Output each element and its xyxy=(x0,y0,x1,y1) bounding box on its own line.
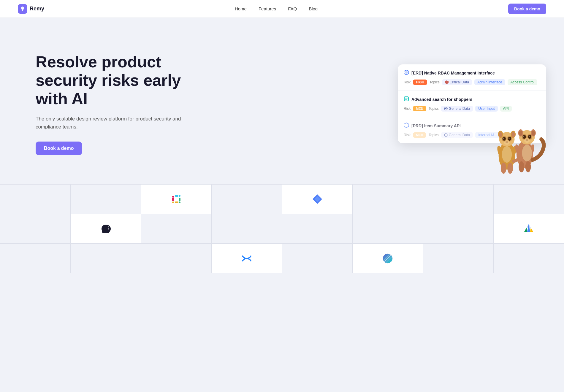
linear-icon xyxy=(382,253,394,264)
grid-cell-slack xyxy=(141,184,212,214)
svg-rect-57 xyxy=(179,201,180,203)
grid-cell-1-6 xyxy=(353,184,423,214)
card-row-1-tags: Risk HIGH Topics Critical Data Admin int… xyxy=(404,79,540,85)
svg-point-28 xyxy=(502,146,512,163)
card-row-1: [ERD] Native RBAC Management Interface R… xyxy=(398,64,546,91)
svg-rect-56 xyxy=(172,201,174,203)
svg-rect-55 xyxy=(175,201,178,203)
grid-cell-shape xyxy=(282,184,353,214)
card-row-1-title: [ERD] Native RBAC Management Interface xyxy=(404,70,540,76)
grid-cell-1-8 xyxy=(494,184,564,214)
slack-icon xyxy=(170,193,183,205)
svg-rect-52 xyxy=(175,195,178,197)
grid-cell-3-3 xyxy=(141,244,212,273)
svg-marker-10 xyxy=(404,123,409,128)
confluence-icon xyxy=(241,253,253,264)
hero-subtitle: The only scalable design review platform… xyxy=(36,115,190,131)
meerkat-illustration xyxy=(484,98,549,175)
grid-cell-2-4 xyxy=(212,214,282,244)
grid-cell-1-1 xyxy=(0,184,71,214)
grid-cell-confluence xyxy=(212,244,282,273)
svg-marker-2 xyxy=(405,71,408,74)
svg-point-9 xyxy=(445,108,446,109)
grid-cell-2-6 xyxy=(353,214,423,244)
logo-icon xyxy=(18,4,27,14)
svg-marker-3 xyxy=(445,80,449,84)
svg-point-47 xyxy=(522,145,532,161)
grid-cell-2-1 xyxy=(0,214,71,244)
nav-features[interactable]: Features xyxy=(259,6,276,11)
book-demo-nav-button[interactable]: Book a demo xyxy=(508,4,546,14)
grid-cell-1-2 xyxy=(71,184,141,214)
book-demo-hero-button[interactable]: Book a demo xyxy=(36,142,82,155)
svg-point-45 xyxy=(519,161,524,172)
grid-cell-3-5 xyxy=(282,244,353,273)
grid-cell-3-1 xyxy=(0,244,71,273)
svg-point-46 xyxy=(525,161,531,172)
integrations-section xyxy=(0,184,564,273)
gdrive-icon xyxy=(523,223,535,235)
nav-faq[interactable]: FAQ xyxy=(288,6,297,11)
svg-point-30 xyxy=(507,136,512,142)
grid-cell-3-7 xyxy=(423,244,494,273)
svg-point-49 xyxy=(527,134,532,140)
svg-rect-54 xyxy=(179,198,180,201)
grid-cell-3-2 xyxy=(71,244,141,273)
logo: Remy xyxy=(18,4,44,14)
rbac-icon xyxy=(404,70,409,76)
svg-point-17 xyxy=(511,132,515,137)
svg-point-27 xyxy=(507,163,513,174)
brand-name: Remy xyxy=(30,6,44,12)
nav-blog[interactable]: Blog xyxy=(309,6,318,11)
navbar: Remy Home Features FAQ Blog Book a demo xyxy=(0,0,564,18)
svg-rect-58 xyxy=(175,198,178,201)
svg-point-11 xyxy=(444,134,447,137)
svg-rect-50 xyxy=(172,198,174,201)
grid-cell-2-3 xyxy=(141,214,212,244)
grid-cell-gdrive xyxy=(494,214,564,244)
hero-text: Resolve product security risks early wit… xyxy=(36,53,190,155)
svg-point-34 xyxy=(519,131,522,136)
grid-cell-github xyxy=(71,214,141,244)
github-icon xyxy=(100,223,112,235)
shape-icon xyxy=(311,193,323,205)
integrations-grid xyxy=(0,184,564,273)
nav-links: Home Features FAQ Blog xyxy=(235,6,318,12)
search-shoppers-icon xyxy=(404,96,409,103)
svg-point-0 xyxy=(22,8,23,9)
hero-section: Resolve product security risks early wit… xyxy=(0,18,564,184)
grid-cell-2-7 xyxy=(423,214,494,244)
svg-point-36 xyxy=(532,131,535,136)
grid-cell-linear xyxy=(353,244,423,273)
grid-cell-1-4 xyxy=(212,184,282,214)
svg-marker-66 xyxy=(530,228,533,232)
grid-cell-2-5 xyxy=(282,214,353,244)
svg-point-26 xyxy=(501,163,506,174)
svg-rect-51 xyxy=(172,196,174,198)
svg-point-48 xyxy=(522,134,527,140)
svg-point-29 xyxy=(502,136,507,142)
svg-marker-68 xyxy=(527,224,531,228)
grid-cell-3-8 xyxy=(494,244,564,273)
prd-icon xyxy=(404,123,409,129)
svg-marker-65 xyxy=(524,228,527,232)
svg-rect-53 xyxy=(179,195,180,197)
hero-title: Resolve product security risks early wit… xyxy=(36,53,190,108)
svg-point-15 xyxy=(499,132,502,137)
nav-home[interactable]: Home xyxy=(235,6,247,11)
grid-cell-1-7 xyxy=(423,184,494,214)
